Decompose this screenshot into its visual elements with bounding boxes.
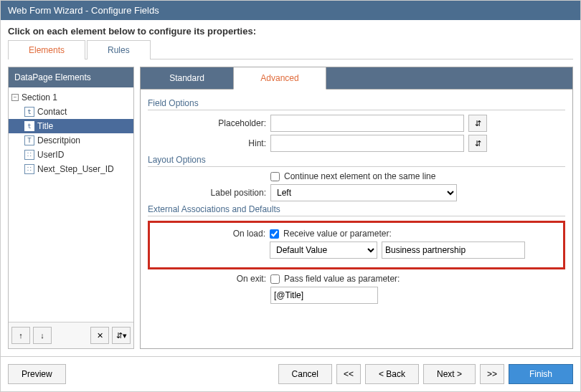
tree-item-userid[interactable]: ∷ UserID <box>9 148 133 162</box>
onexit-label: On exit: <box>148 274 266 284</box>
hint-insert-button[interactable]: ⇵ <box>468 135 487 152</box>
source-type-select[interactable]: Default Value <box>270 242 377 259</box>
continue-checkbox[interactable] <box>270 172 280 181</box>
tree-item-title[interactable]: t Title <box>9 119 133 133</box>
cancel-button[interactable]: Cancel <box>278 364 332 384</box>
variable-field-icon: ∷ <box>24 150 34 160</box>
text-field-icon: t <box>24 107 34 117</box>
tree-item-description[interactable]: T Descritpion <box>9 133 133 148</box>
section-external-assoc: External Associations and Defaults <box>148 204 565 216</box>
tab-elements[interactable]: Elements <box>8 40 85 59</box>
close-icon: ✕ <box>97 331 103 340</box>
instructions-text: Click on each element below to configure… <box>1 20 580 39</box>
variable-field-icon: ∷ <box>24 164 34 174</box>
hint-input[interactable] <box>270 135 464 152</box>
tab-standard[interactable]: Standard <box>140 67 233 90</box>
sidebar-header: DataPage Elements <box>9 67 133 87</box>
pass-label: Pass field value as parameter: <box>284 274 400 284</box>
insert-menu-button[interactable]: ⇵▾ <box>112 327 131 344</box>
insert-param-icon: ⇵ <box>475 139 481 148</box>
textarea-field-icon: T <box>24 135 34 145</box>
tree-item-contact[interactable]: t Contact <box>9 105 133 119</box>
config-tabs: Standard Advanced <box>140 67 573 90</box>
tab-advanced[interactable]: Advanced <box>233 67 326 90</box>
tab-filler <box>326 67 573 90</box>
delete-button[interactable]: ✕ <box>90 327 109 344</box>
back-button[interactable]: < Back <box>365 364 419 384</box>
elements-sidebar: DataPage Elements − Section 1 t Contact … <box>8 67 134 349</box>
finish-button[interactable]: Finish <box>509 364 573 384</box>
tree-item-label: Title <box>37 121 53 131</box>
tab-rules[interactable]: Rules <box>87 40 151 59</box>
preview-button[interactable]: Preview <box>8 364 66 384</box>
onload-label: On load: <box>154 229 265 239</box>
collapse-icon[interactable]: − <box>11 94 19 101</box>
move-up-button[interactable]: ↑ <box>11 327 30 344</box>
tree-item-label: Contact <box>37 107 67 117</box>
first-button[interactable]: << <box>336 364 361 384</box>
elements-tree: − Section 1 t Contact t Title T Descritp… <box>9 87 133 322</box>
default-value-input[interactable] <box>382 242 525 259</box>
receive-label: Receive value or parameter: <box>283 229 392 239</box>
insert-icon: ⇵▾ <box>116 331 127 340</box>
last-button[interactable]: >> <box>480 364 504 384</box>
placeholder-label: Placeholder: <box>148 118 266 128</box>
pass-checkbox[interactable] <box>270 274 280 284</box>
hint-label: Hint: <box>148 138 266 148</box>
labelposition-select[interactable]: Left <box>270 184 457 201</box>
section-layout-options: Layout Options <box>148 155 565 167</box>
section-field-options: Field Options <box>148 98 565 110</box>
arrow-up-icon: ↑ <box>19 331 23 340</box>
text-field-icon: t <box>24 121 34 131</box>
tree-section-label: Section 1 <box>22 92 57 102</box>
tree-item-label: Next_Step_User_ID <box>37 164 114 174</box>
placeholder-input[interactable] <box>270 115 464 132</box>
placeholder-insert-button[interactable]: ⇵ <box>468 115 487 132</box>
insert-param-icon: ⇵ <box>475 119 481 128</box>
labelposition-label: Label position: <box>148 188 266 198</box>
wizard-footer: Preview Cancel << < Back Next > >> Finis… <box>1 356 580 391</box>
tree-item-label: UserID <box>37 150 64 160</box>
next-button[interactable]: Next > <box>423 364 476 384</box>
tree-section[interactable]: − Section 1 <box>9 90 133 105</box>
continue-label: Continue next element on the same line <box>284 171 435 181</box>
pass-param-input[interactable] <box>270 287 378 304</box>
sidebar-button-bar: ↑ ↓ ✕ ⇵▾ <box>9 322 133 348</box>
main-tabs: Elements Rules <box>8 39 573 59</box>
receive-checkbox[interactable] <box>270 229 279 239</box>
config-panel: Standard Advanced Field Options Placehol… <box>140 67 573 349</box>
tree-item-label: Descritpion <box>37 135 80 145</box>
window-title: Web Form Wizard - Configure Fields <box>1 1 580 20</box>
arrow-down-icon: ↓ <box>40 331 44 340</box>
onload-highlight-box: On load: Receive value or parameter: Def… <box>148 221 565 269</box>
tree-item-nextstep[interactable]: ∷ Next_Step_User_ID <box>9 162 133 176</box>
move-down-button[interactable]: ↓ <box>33 327 52 344</box>
